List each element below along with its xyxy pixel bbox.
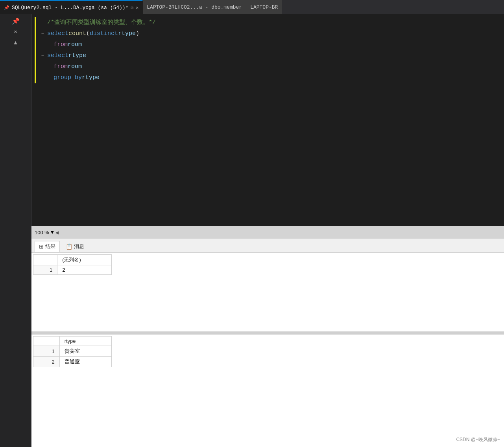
fold-3[interactable]: −: [39, 50, 46, 61]
tab-messages[interactable]: 📋 消息: [61, 241, 89, 252]
pin-icon: 📌: [4, 5, 9, 10]
sidebar-close-icon[interactable]: ✕: [12, 27, 18, 37]
table-row: 1 贵宾室: [33, 346, 112, 357]
fold-1[interactable]: −: [39, 28, 46, 39]
results-table2: rtype 1 贵宾室 2 普通室: [33, 336, 112, 367]
kw-room-2: room: [68, 61, 82, 72]
code-line-comment: /*查询不同类型训练室的类型、个数。*/: [31, 17, 504, 28]
messages-icon: 📋: [66, 243, 72, 250]
results-table2-container: rtype 1 贵宾室 2 普通室: [31, 335, 504, 447]
results-panel: ⊞ 结果 📋 消息 (无列名): [31, 239, 504, 447]
tab-member-label: LAPTOP-BRLHCO2...a - dbo.member: [147, 4, 242, 10]
tab-sqlquery2-label: SQLQuery2.sql - L...DA.yoga (sa (54))*: [12, 5, 128, 11]
kw-from-1: from: [54, 39, 68, 50]
zoom-dropdown-icon[interactable]: ▼: [51, 230, 54, 235]
zoom-bar: 100 % ▼ ◀: [31, 226, 504, 239]
tab-messages-label: 消息: [74, 243, 84, 250]
main-container: 📌 ✕ ▲ /*查询不同类型训练室的类型、个数。*/ − select coun…: [0, 14, 504, 447]
tab-results-label: 结果: [45, 243, 55, 250]
editor-container: /*查询不同类型训练室的类型、个数。*/ − select count ( di…: [31, 14, 504, 447]
tab-laptop[interactable]: LAPTOP-BR: [246, 0, 282, 14]
results-table1-container: (无列名) 1 2: [31, 253, 504, 331]
table2-row2-value: 普通室: [59, 357, 111, 367]
yellow-bar-comment: [35, 17, 36, 28]
kw-rtype-1: rtype: [118, 28, 136, 39]
zoom-scroll-left-icon[interactable]: ◀: [55, 229, 59, 236]
kw-paren-1: (: [86, 28, 90, 39]
kw-count: count: [68, 28, 86, 39]
code-editor[interactable]: /*查询不同类型训练室的类型、个数。*/ − select count ( di…: [31, 14, 504, 226]
kw-group-by: group by: [54, 72, 82, 83]
dock-icon: ⊡: [131, 5, 133, 10]
tab-sqlquery2[interactable]: 📌 SQLQuery2.sql - L...DA.yoga (sa (54))*…: [0, 0, 143, 14]
kw-from-2: from: [54, 61, 68, 72]
yellow-bar-3: [35, 50, 36, 61]
table1-row1-num: 1: [33, 265, 57, 275]
kw-select-2: select: [47, 50, 68, 61]
table1-row-num-header: [33, 255, 57, 265]
yellow-bar-4: [35, 61, 36, 72]
table2-row1-num: 1: [33, 346, 60, 357]
comment-text: /*查询不同类型训练室的类型、个数。*/: [47, 17, 156, 28]
yellow-bar-1: [35, 28, 36, 39]
kw-select-1: select: [47, 28, 68, 39]
kw-room-1: room: [68, 39, 82, 50]
table2-col-header: rtype: [59, 337, 111, 346]
result-divider: [31, 331, 504, 335]
table2-row2-num: 2: [33, 357, 60, 367]
code-line-5: group by rtype: [31, 72, 504, 83]
table-row: 2 普通室: [33, 357, 112, 367]
tab-member[interactable]: LAPTOP-BRLHCO2...a - dbo.member: [143, 0, 246, 14]
watermark: CSDN @~晚风微凉~: [456, 436, 500, 443]
table1-row1-value: 2: [57, 265, 112, 275]
zoom-value: 100 %: [35, 230, 49, 235]
results-table1: (无列名) 1 2: [33, 254, 112, 275]
table-row: 1 2: [33, 265, 112, 275]
sidebar: 📌 ✕ ▲: [0, 14, 31, 447]
kw-distinct: distinct: [90, 28, 118, 39]
tab-bar: 📌 SQLQuery2.sql - L...DA.yoga (sa (54))*…: [0, 0, 504, 14]
code-line-3: − select rtype: [31, 50, 504, 61]
kw-rtype-3: rtype: [82, 72, 100, 83]
results-icon: ⊞: [39, 243, 44, 250]
table2-row1-value: 贵宾室: [59, 346, 111, 357]
results-tabs: ⊞ 结果 📋 消息: [31, 239, 504, 253]
table2-row-num-header: [33, 337, 60, 346]
kw-paren-2: ): [136, 28, 139, 39]
sidebar-scroll-up-icon[interactable]: ▲: [12, 37, 18, 49]
yellow-bar-2: [35, 39, 36, 50]
tab-laptop-label: LAPTOP-BR: [250, 4, 278, 10]
code-line-1: − select count ( distinct rtype ): [31, 28, 504, 39]
kw-rtype-2: rtype: [68, 50, 86, 61]
sidebar-pin-icon[interactable]: 📌: [10, 16, 21, 27]
table1-col-header: (无列名): [57, 255, 112, 265]
code-line-2: from room: [31, 39, 504, 50]
code-line-4: from room: [31, 61, 504, 72]
yellow-bar-5: [35, 72, 36, 83]
tab-sqlquery2-close[interactable]: ✕: [136, 5, 138, 11]
tab-results[interactable]: ⊞ 结果: [35, 241, 60, 252]
